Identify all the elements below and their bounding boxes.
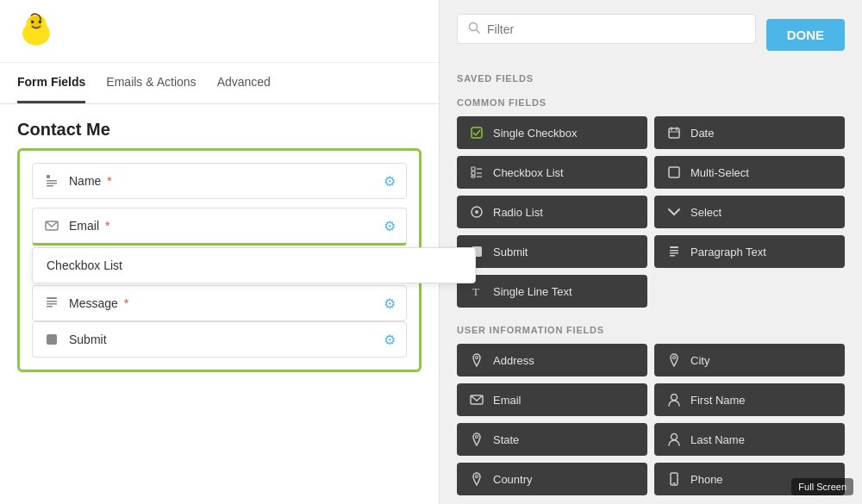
svg-line-19	[477, 30, 480, 34]
date-label: Date	[690, 127, 714, 140]
single-line-text-label: Single Line Text	[493, 285, 572, 298]
first-name-icon	[666, 392, 682, 408]
field-btn-state[interactable]: State	[457, 423, 647, 456]
field-btn-date[interactable]: Date	[654, 116, 845, 149]
svg-text:T: T	[472, 285, 479, 297]
select-label: Select	[690, 206, 721, 219]
state-label: State	[493, 433, 519, 446]
svg-rect-38	[670, 255, 675, 257]
svg-point-33	[475, 210, 478, 214]
field-btn-email-user[interactable]: Email	[457, 383, 647, 416]
name-label: Name *	[69, 174, 384, 188]
field-btn-address[interactable]: Address	[457, 344, 647, 376]
svg-rect-13	[47, 297, 57, 299]
svg-rect-27	[472, 171, 475, 175]
svg-rect-37	[670, 252, 678, 254]
state-icon	[469, 432, 484, 447]
svg-rect-16	[47, 306, 53, 308]
tab-advanced[interactable]: Advanced	[217, 63, 271, 103]
svg-rect-9	[47, 180, 57, 182]
done-button[interactable]: DONE	[766, 19, 845, 51]
radio-list-icon	[469, 204, 484, 220]
svg-rect-17	[47, 334, 57, 345]
svg-rect-8	[47, 175, 50, 178]
svg-rect-36	[670, 250, 678, 252]
svg-rect-21	[669, 128, 679, 138]
field-btn-single-line-text[interactable]: T Single Line Text	[457, 275, 647, 308]
email-user-label: Email	[493, 394, 522, 407]
svg-point-44	[476, 436, 478, 439]
submit-field-label: Submit	[493, 246, 528, 258]
single-checkbox-icon	[469, 125, 484, 140]
paragraph-text-label: Paragraph Text	[690, 246, 766, 258]
svg-rect-10	[47, 183, 57, 184]
field-btn-single-checkbox[interactable]: Single Checkbox	[457, 116, 647, 149]
search-bar[interactable]	[457, 14, 756, 44]
submit-gear-icon[interactable]: ⚙	[384, 332, 396, 348]
common-fields-label: COMMON FIELDS	[457, 97, 845, 108]
checkbox-list-label: Checkbox List	[493, 166, 564, 179]
radio-list-label: Radio List	[493, 206, 543, 219]
field-btn-country[interactable]: Country	[457, 463, 647, 495]
name-field[interactable]: Name * ⚙	[32, 163, 407, 199]
svg-point-5	[39, 21, 42, 24]
field-btn-radio-list[interactable]: Radio List	[457, 196, 647, 228]
message-required: *	[124, 296, 128, 310]
message-gear-icon[interactable]: ⚙	[384, 296, 396, 312]
multi-select-label: Multi-Select	[690, 166, 749, 179]
submit-field[interactable]: Submit ⚙	[32, 321, 407, 358]
search-input[interactable]	[487, 22, 745, 36]
common-fields-grid: Single Checkbox Date Checkbox List Multi…	[457, 116, 845, 308]
select-icon	[666, 204, 682, 220]
checkbox-list-tooltip-text: Checkbox List	[47, 258, 122, 272]
svg-point-4	[31, 21, 34, 24]
user-info-label: USER INFORMATION FIELDS	[457, 325, 845, 335]
svg-rect-15	[47, 303, 57, 305]
svg-rect-35	[670, 246, 678, 248]
checkbox-list-tooltip: Checkbox List	[32, 247, 476, 283]
field-btn-paragraph-text[interactable]: Paragraph Text	[654, 235, 845, 268]
address-icon	[469, 352, 484, 368]
field-btn-checkbox-list[interactable]: Checkbox List	[457, 156, 647, 189]
field-btn-first-name[interactable]: First Name	[654, 383, 845, 416]
email-field-icon	[43, 217, 60, 234]
svg-rect-31	[669, 167, 679, 177]
field-btn-select[interactable]: Select	[654, 196, 845, 228]
submit-label: Submit	[69, 333, 384, 346]
search-icon	[468, 22, 480, 36]
email-field-container: Email * ⚙ Checkbox List	[32, 208, 407, 246]
submit-field-icon	[43, 331, 60, 348]
field-btn-multi-select[interactable]: Multi-Select	[654, 156, 845, 189]
message-label: Message *	[69, 296, 384, 310]
svg-rect-11	[47, 185, 53, 187]
phone-label: Phone	[690, 473, 723, 486]
tab-emails-actions[interactable]: Emails & Actions	[106, 63, 196, 103]
country-label: Country	[493, 473, 533, 486]
email-gear-icon[interactable]: ⚙	[384, 218, 396, 234]
name-required: *	[107, 174, 111, 188]
phone-icon	[666, 471, 682, 487]
city-label: City	[690, 354, 709, 367]
tab-form-fields[interactable]: Form Fields	[17, 63, 85, 103]
field-btn-last-name[interactable]: Last Name	[654, 423, 845, 456]
field-btn-submit[interactable]: Submit	[457, 235, 647, 268]
message-field-icon	[43, 295, 60, 312]
form-canvas: Name * ⚙ Email * ⚙ Checkbox List	[17, 148, 422, 372]
email-field[interactable]: Email * ⚙	[32, 208, 407, 246]
svg-point-6	[27, 21, 31, 28]
fullscreen-button[interactable]: Full Screen	[791, 478, 853, 495]
field-btn-city[interactable]: City	[654, 344, 845, 376]
svg-point-46	[476, 476, 478, 478]
single-line-text-icon: T	[469, 283, 484, 299]
logo-area	[0, 0, 439, 63]
address-label: Address	[493, 354, 534, 367]
message-field[interactable]: Message * ⚙	[32, 285, 407, 321]
svg-point-43	[671, 395, 678, 401]
name-gear-icon[interactable]: ⚙	[384, 173, 396, 190]
email-required: *	[105, 219, 109, 233]
checkbox-list-icon	[469, 165, 484, 180]
email-label: Email *	[69, 219, 384, 233]
svg-rect-29	[472, 176, 475, 177]
svg-point-45	[671, 434, 678, 440]
right-panel: DONE SAVED FIELDS COMMON FIELDS Single C…	[440, 0, 862, 504]
